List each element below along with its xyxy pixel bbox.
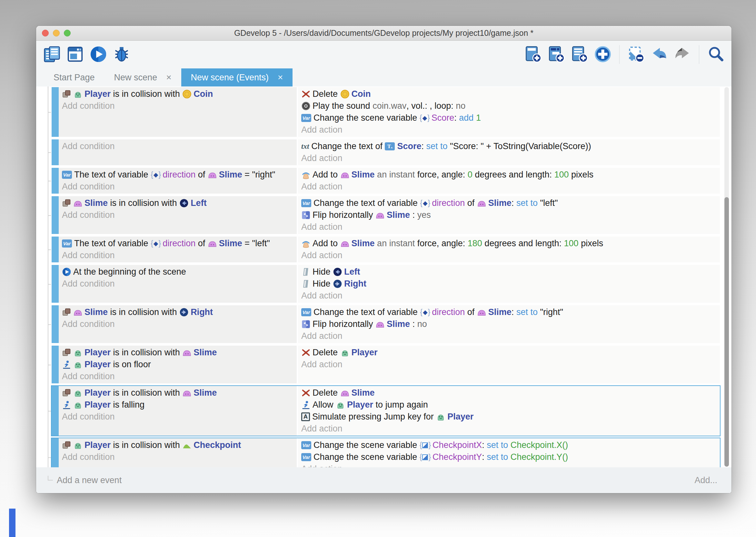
add-action-placeholder[interactable]: Add action — [298, 152, 720, 164]
event-selected[interactable]: Player is in collision with CheckpointAd… — [51, 437, 721, 467]
event-row[interactable]: Slime is in collision with RightAdd cond… — [51, 305, 721, 344]
condition-line[interactable]: VarThe text of variable {◆}direction of … — [59, 237, 297, 249]
remove-event-button[interactable] — [627, 45, 645, 64]
add-comment-button[interactable] — [570, 45, 589, 64]
event-drag-bar[interactable] — [52, 87, 59, 137]
tab-start-page[interactable]: Start Page — [44, 68, 104, 87]
conditions-cell[interactable]: Player is in collision with CheckpointAd… — [59, 438, 298, 467]
action-line[interactable]: Flip horizontally Slime : yes — [298, 209, 720, 221]
actions-cell[interactable]: Add to Slime an instant force, angle: 18… — [298, 236, 720, 262]
action-line[interactable]: VarChange the text of variable {◆}direct… — [298, 306, 720, 318]
condition-line[interactable]: At the beginning of the scene — [59, 266, 297, 278]
add-action-placeholder[interactable]: Add action — [298, 249, 720, 262]
event-selected[interactable]: Player is in collision with SlimePlayer … — [51, 385, 721, 436]
conditions-cell[interactable]: VarThe text of variable {◆}direction of … — [59, 168, 298, 194]
condition-line[interactable]: Slime is in collision with Right — [59, 306, 297, 318]
action-line[interactable]: Hide Right — [298, 278, 720, 290]
add-action-placeholder[interactable]: Add action — [298, 423, 720, 435]
conditions-cell[interactable]: VarThe text of variable {◆}direction of … — [59, 236, 298, 262]
event[interactable]: VarThe text of variable {◆}direction of … — [51, 236, 721, 263]
action-line[interactable]: Delete Coin — [298, 88, 720, 100]
action-line[interactable]: Add to Slime an instant force, angle: 18… — [298, 237, 720, 249]
action-line[interactable]: txtChange the text of TₓScore: set to "S… — [298, 141, 720, 152]
add-action-placeholder[interactable]: Add action — [298, 358, 720, 370]
tab-close-icon[interactable]: × — [278, 73, 283, 82]
conditions-cell[interactable]: At the beginning of the sceneAdd conditi… — [59, 265, 298, 303]
condition-line[interactable]: Player is falling — [59, 399, 297, 411]
event[interactable]: Add conditiontxtChange the text of TₓSco… — [51, 139, 721, 166]
title-bar[interactable]: GDevelop 5 - /Users/david/Documents/GDev… — [36, 26, 732, 41]
add-event-button[interactable] — [524, 45, 543, 64]
add-condition-placeholder[interactable]: Add condition — [59, 370, 297, 383]
tab-new-scene-events[interactable]: New scene (Events)× — [181, 68, 293, 87]
add-new-event-button[interactable]: Add a new event — [57, 475, 122, 485]
action-line[interactable]: VarChange the scene variable {}Checkpoin… — [298, 451, 720, 463]
add-action-placeholder[interactable]: Add action — [298, 124, 720, 136]
actions-cell[interactable]: Delete SlimeAllow Player to jump againAS… — [298, 386, 720, 436]
event[interactable]: Player is in collision with CoinAdd cond… — [51, 87, 721, 138]
condition-line[interactable]: VarThe text of variable {◆}direction of … — [59, 169, 297, 181]
add-action-placeholder[interactable]: Add action — [298, 181, 720, 193]
add-condition-placeholder[interactable]: Add condition — [59, 100, 297, 112]
event-drag-bar[interactable] — [52, 438, 59, 467]
event-drag-bar[interactable] — [52, 346, 59, 383]
event-drag-bar[interactable] — [52, 386, 59, 436]
action-line[interactable]: Allow Player to jump again — [298, 399, 720, 411]
event[interactable]: Slime is in collision with LeftAdd condi… — [51, 195, 721, 235]
close-window-button[interactable] — [42, 30, 49, 36]
condition-line[interactable]: Player is on floor — [59, 358, 297, 370]
conditions-cell[interactable]: Player is in collision with CoinAdd cond… — [59, 87, 298, 137]
event-drag-bar[interactable] — [52, 236, 59, 262]
event-row[interactable]: Player is in collision with CheckpointAd… — [51, 437, 721, 467]
project-manager-button[interactable] — [43, 45, 61, 64]
action-line[interactable]: VarChange the text of variable {◆}direct… — [298, 197, 720, 209]
event-row[interactable]: Add conditiontxtChange the text of TₓSco… — [51, 139, 721, 166]
debug-button[interactable] — [112, 45, 131, 64]
actions-cell[interactable]: Delete CoinPlay the sound coin.wav, vol.… — [298, 87, 720, 137]
conditions-cell[interactable]: Player is in collision with SlimePlayer … — [59, 386, 298, 436]
event[interactable]: VarThe text of variable {◆}direction of … — [51, 167, 721, 194]
condition-line[interactable]: Slime is in collision with Left — [59, 197, 297, 209]
event-drag-bar[interactable] — [52, 140, 59, 165]
event-drag-bar[interactable] — [52, 196, 59, 234]
tab-close-icon[interactable]: × — [166, 73, 171, 82]
event-row[interactable]: Player is in collision with CoinAdd cond… — [51, 87, 721, 138]
event-row[interactable]: Player is in collision with SlimePlayer … — [51, 385, 721, 436]
event-drag-bar[interactable] — [52, 305, 59, 343]
actions-cell[interactable]: VarChange the scene variable {}Checkpoin… — [298, 438, 720, 467]
event-drag-bar[interactable] — [52, 168, 59, 194]
event-row[interactable]: VarThe text of variable {◆}direction of … — [51, 167, 721, 194]
action-line[interactable]: Add to Slime an instant force, angle: 0 … — [298, 169, 720, 181]
add-condition-placeholder[interactable]: Add condition — [59, 278, 297, 290]
add-action-placeholder[interactable]: Add action — [298, 330, 720, 342]
action-line[interactable]: Flip horizontally Slime : no — [298, 318, 720, 330]
condition-line[interactable]: Player is in collision with Checkpoint — [59, 439, 297, 451]
add-condition-placeholder[interactable]: Add condition — [59, 318, 297, 330]
actions-cell[interactable]: VarChange the text of variable {◆}direct… — [298, 305, 720, 343]
conditions-cell[interactable]: Slime is in collision with LeftAdd condi… — [59, 196, 298, 234]
add-condition-placeholder[interactable]: Add condition — [59, 451, 297, 463]
conditions-cell[interactable]: Add condition — [59, 140, 298, 165]
add-action-placeholder[interactable]: Add action — [298, 463, 720, 467]
add-more-button[interactable]: Add... — [695, 475, 717, 485]
add-condition-placeholder[interactable]: Add condition — [59, 209, 297, 221]
scene-editor-button[interactable] — [66, 45, 85, 64]
actions-cell[interactable]: Add to Slime an instant force, angle: 0 … — [298, 168, 720, 194]
play-button[interactable] — [89, 45, 108, 64]
add-condition-placeholder[interactable]: Add condition — [59, 249, 297, 262]
undo-button[interactable] — [650, 45, 668, 64]
vertical-scrollbar[interactable] — [724, 87, 729, 467]
event[interactable]: Player is in collision with SlimePlayer … — [51, 345, 721, 384]
condition-line[interactable]: Player is in collision with Slime — [59, 387, 297, 399]
add-condition-placeholder[interactable]: Add condition — [59, 411, 297, 423]
add-new-button[interactable] — [593, 45, 612, 64]
event-drag-bar[interactable] — [52, 265, 59, 303]
actions-cell[interactable]: Hide LeftHide RightAdd action — [298, 265, 720, 303]
condition-line[interactable]: Player is in collision with Slime — [59, 347, 297, 358]
action-line[interactable]: Hide Left — [298, 266, 720, 278]
conditions-cell[interactable]: Player is in collision with SlimePlayer … — [59, 346, 298, 383]
redo-button[interactable] — [673, 45, 692, 64]
action-line[interactable]: Delete Player — [298, 347, 720, 358]
actions-cell[interactable]: VarChange the text of variable {◆}direct… — [298, 196, 720, 234]
actions-cell[interactable]: txtChange the text of TₓScore: set to "S… — [298, 140, 720, 165]
